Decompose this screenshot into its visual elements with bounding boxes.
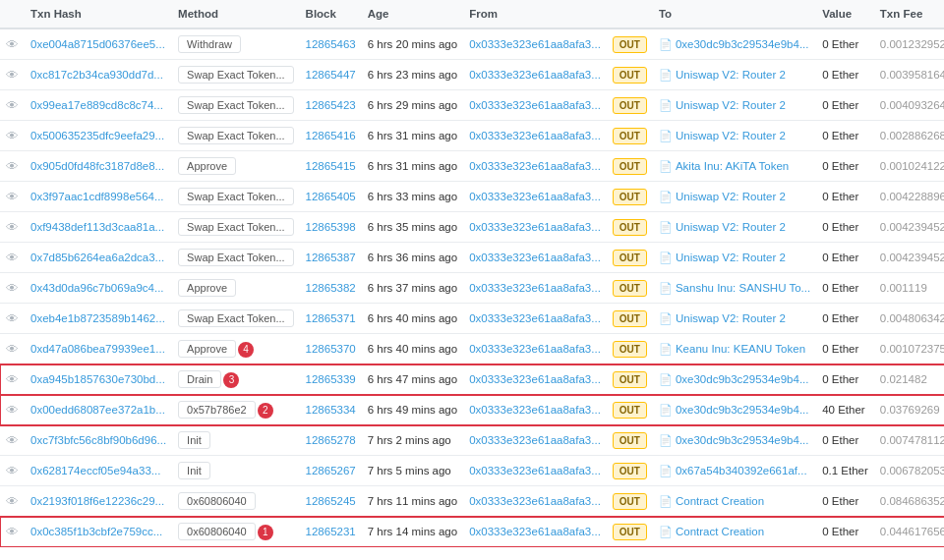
row-eye-icon[interactable]: 👁 <box>0 517 25 547</box>
to-link[interactable]: 0x67a54b340392e661af... <box>676 465 807 476</box>
to-link[interactable]: 0xe30dc9b3c29534e9b4... <box>676 38 809 50</box>
row-eye-icon[interactable]: 👁 <box>0 90 25 121</box>
block-link[interactable]: 12865423 <box>306 99 356 111</box>
from-link[interactable]: 0x0333e323e61aa8afa3... <box>469 160 601 172</box>
out-badge: OUT <box>613 371 647 388</box>
from-cell: 0x0333e323e61aa8afa3... <box>463 304 607 334</box>
to-link[interactable]: Contract Creation <box>676 526 764 537</box>
row-eye-icon[interactable]: 👁 <box>0 364 25 395</box>
txn-hash-link[interactable]: 0x628174eccf05e94a33... <box>30 465 160 476</box>
block-link[interactable]: 12865334 <box>306 404 356 416</box>
to-link[interactable]: Uniswap V2: Router 2 <box>676 252 786 263</box>
value-cell: 0 Ether <box>816 364 874 395</box>
row-eye-icon[interactable]: 👁 <box>0 182 25 212</box>
txn-hash-link[interactable]: 0xe004a8715d06376ee5... <box>30 38 165 50</box>
txn-hash-link[interactable]: 0x905d0fd48fc3187d8e8... <box>30 160 164 172</box>
block-cell: 12865416 <box>300 121 362 151</box>
to-link[interactable]: Uniswap V2: Router 2 <box>676 99 786 111</box>
block-link[interactable]: 12865447 <box>306 69 356 81</box>
from-link[interactable]: 0x0333e323e61aa8afa3... <box>469 495 601 507</box>
to-link[interactable]: 0xe30dc9b3c29534e9b4... <box>676 373 809 385</box>
to-link[interactable]: Uniswap V2: Router 2 <box>676 130 786 141</box>
value-cell: 40 Ether <box>816 395 874 425</box>
from-link[interactable]: 0x0333e323e61aa8afa3... <box>469 373 601 385</box>
from-link[interactable]: 0x0333e323e61aa8afa3... <box>469 191 601 202</box>
to-link[interactable]: Akita Inu: AKiTA Token <box>676 160 789 172</box>
from-link[interactable]: 0x0333e323e61aa8afa3... <box>469 465 601 476</box>
txn-hash-link[interactable]: 0xeb4e1b8723589b1462... <box>30 312 165 324</box>
txn-hash-link[interactable]: 0x43d0da96c7b069a9c4... <box>30 282 164 294</box>
row-eye-icon[interactable]: 👁 <box>0 60 25 90</box>
to-link[interactable]: Uniswap V2: Router 2 <box>676 312 786 324</box>
to-link[interactable]: 0xe30dc9b3c29534e9b4... <box>676 434 809 446</box>
value-cell: 0 Ether <box>816 304 874 334</box>
fee-cell: 0.001119 <box>874 273 944 304</box>
row-eye-icon[interactable]: 👁 <box>0 273 25 304</box>
to-link[interactable]: Uniswap V2: Router 2 <box>676 221 786 233</box>
block-link[interactable]: 12865278 <box>306 434 356 446</box>
block-cell: 12865278 <box>300 425 362 456</box>
row-eye-icon[interactable]: 👁 <box>0 212 25 243</box>
txn-hash-link[interactable]: 0xc7f3bfc56c8bf90b6d96... <box>30 434 166 446</box>
row-eye-icon[interactable]: 👁 <box>0 243 25 273</box>
txn-hash-link[interactable]: 0x3f97aac1cdf8998e564... <box>30 191 164 202</box>
txn-hash-link[interactable]: 0xa945b1857630e730bd... <box>30 373 165 385</box>
txn-hash-link[interactable]: 0x0c385f1b3cbf2e759cc... <box>30 526 162 537</box>
block-cell: 12865405 <box>300 182 362 212</box>
block-link[interactable]: 12865267 <box>306 465 356 476</box>
block-link[interactable]: 12865387 <box>306 252 356 263</box>
to-link[interactable]: Keanu Inu: KEANU Token <box>676 343 805 355</box>
block-link[interactable]: 12865416 <box>306 130 356 141</box>
row-eye-icon[interactable]: 👁 <box>0 28 25 60</box>
block-link[interactable]: 12865339 <box>306 373 356 385</box>
txn-hash-link[interactable]: 0x00edd68087ee372a1b... <box>30 404 165 416</box>
fee-cell: 0.002886268 <box>874 121 944 151</box>
row-eye-icon[interactable]: 👁 <box>0 486 25 517</box>
method-button: Init <box>178 462 210 479</box>
txn-hash-link[interactable]: 0x2193f018f6e12236c29... <box>30 495 164 507</box>
to-link[interactable]: 0xe30dc9b3c29534e9b4... <box>676 404 809 416</box>
direction-cell: OUT <box>607 273 653 304</box>
row-eye-icon[interactable]: 👁 <box>0 334 25 364</box>
block-cell: 12865245 <box>300 486 362 517</box>
row-eye-icon[interactable]: 👁 <box>0 395 25 425</box>
from-link[interactable]: 0x0333e323e61aa8afa3... <box>469 221 601 233</box>
block-link[interactable]: 12865463 <box>306 38 356 50</box>
block-link[interactable]: 12865398 <box>306 221 356 233</box>
from-link[interactable]: 0x0333e323e61aa8afa3... <box>469 252 601 263</box>
to-link[interactable]: Uniswap V2: Router 2 <box>676 69 786 81</box>
txn-hash-link[interactable]: 0xd47a086bea79939ee1... <box>30 343 165 355</box>
txn-hash-link[interactable]: 0x7d85b6264ea6a2dca3... <box>30 252 164 263</box>
row-eye-icon[interactable]: 👁 <box>0 456 25 486</box>
to-link[interactable]: Uniswap V2: Router 2 <box>676 191 786 202</box>
block-link[interactable]: 12865370 <box>306 343 356 355</box>
from-link[interactable]: 0x0333e323e61aa8afa3... <box>469 282 601 294</box>
row-eye-icon[interactable]: 👁 <box>0 151 25 182</box>
block-link[interactable]: 12865405 <box>306 191 356 202</box>
txn-hash-link[interactable]: 0x99ea17e889cd8c8c74... <box>30 99 163 111</box>
from-link[interactable]: 0x0333e323e61aa8afa3... <box>469 130 601 141</box>
to-link[interactable]: Contract Creation <box>676 495 764 507</box>
block-link[interactable]: 12865382 <box>306 282 356 294</box>
row-eye-icon[interactable]: 👁 <box>0 425 25 456</box>
from-link[interactable]: 0x0333e323e61aa8afa3... <box>469 99 601 111</box>
to-link[interactable]: Sanshu Inu: SANSHU To... <box>676 282 810 294</box>
table-row: 👁0xc7f3bfc56c8bf90b6d96...Init128652787 … <box>0 425 944 456</box>
block-link[interactable]: 12865371 <box>306 312 356 324</box>
row-eye-icon[interactable]: 👁 <box>0 121 25 151</box>
from-link[interactable]: 0x0333e323e61aa8afa3... <box>469 343 601 355</box>
block-link[interactable]: 12865231 <box>306 526 356 537</box>
from-link[interactable]: 0x0333e323e61aa8afa3... <box>469 312 601 324</box>
row-eye-icon[interactable]: 👁 <box>0 304 25 334</box>
txn-hash-link[interactable]: 0xf9438def113d3caa81a... <box>30 221 164 233</box>
col-value: Value <box>816 0 874 28</box>
block-link[interactable]: 12865415 <box>306 160 356 172</box>
from-link[interactable]: 0x0333e323e61aa8afa3... <box>469 526 601 537</box>
txn-hash-link[interactable]: 0xc817c2b34ca930dd7d... <box>30 69 163 81</box>
from-link[interactable]: 0x0333e323e61aa8afa3... <box>469 404 601 416</box>
block-link[interactable]: 12865245 <box>306 495 356 507</box>
from-link[interactable]: 0x0333e323e61aa8afa3... <box>469 69 601 81</box>
from-link[interactable]: 0x0333e323e61aa8afa3... <box>469 434 601 446</box>
from-link[interactable]: 0x0333e323e61aa8afa3... <box>469 38 601 50</box>
txn-hash-link[interactable]: 0x500635235dfc9eefa29... <box>30 130 164 141</box>
